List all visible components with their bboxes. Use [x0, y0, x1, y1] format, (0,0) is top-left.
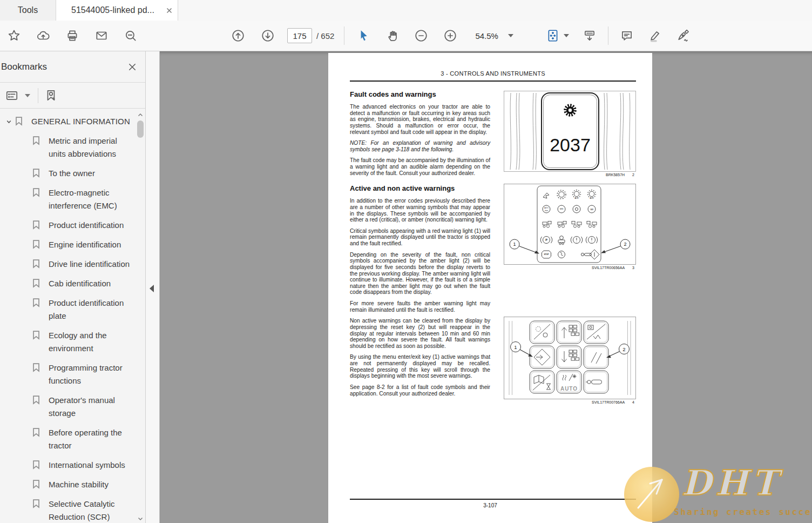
- scrollbar-thumb[interactable]: [137, 120, 144, 138]
- bookmark-item-product-identification-plate[interactable]: Product identification plate: [2, 293, 136, 326]
- zoom-in-icon[interactable]: [443, 28, 458, 43]
- bookmark-icon: [32, 297, 41, 310]
- find-current-bookmark-icon[interactable]: [44, 88, 59, 103]
- bookmark-icon: [32, 361, 41, 374]
- toolbar-center-group: / 652 54.5%: [231, 21, 513, 51]
- tab-tools[interactable]: Tools: [0, 0, 56, 21]
- bookmark-item-emc[interactable]: Electro-magnetic interference (EMC): [2, 183, 136, 216]
- bookmark-icon: [32, 459, 41, 472]
- pdf-viewer-window: Tools 51544005-linked pd...: [0, 0, 812, 523]
- fault-code-value: 2037: [550, 135, 591, 155]
- toolbar-divider-2: [608, 26, 608, 45]
- figure-number: 2: [632, 173, 634, 177]
- bookmark-item-operators-manual-storage[interactable]: Operator's manual storage: [2, 391, 136, 423]
- bookmark-item-product-identification[interactable]: Product identification: [2, 216, 136, 235]
- warning-symbols-figure: AUTO AUTO AUTO r/min MIN ∞ P STOP: [504, 184, 636, 265]
- print-icon[interactable]: [65, 28, 80, 43]
- bookmark-label: Cab identification: [49, 277, 136, 290]
- bookmarks-scrollbar[interactable]: [136, 110, 145, 522]
- bookmark-item-metric-units[interactable]: Metric and imperial units abbreviations: [2, 131, 136, 164]
- highlighter-icon[interactable]: [647, 28, 662, 43]
- chevron-down-icon[interactable]: [2, 115, 15, 125]
- bookmark-label: Metric and imperial units abbreviations: [49, 135, 136, 160]
- bookmark-icon: [32, 498, 41, 511]
- tab-tools-label: Tools: [18, 5, 38, 15]
- toolbar-divider: [344, 26, 344, 45]
- figure-column: 2037 BRK5857H 2: [504, 89, 636, 404]
- close-panel-icon[interactable]: [127, 62, 138, 72]
- tab-bar: Tools 51544005-linked pd...: [0, 0, 812, 21]
- bookmark-label: Product identification plate: [49, 297, 136, 323]
- bookmark-label: Machine stability: [49, 478, 136, 491]
- bookmark-options-icon[interactable]: [4, 88, 19, 103]
- bookmark-icon: [32, 219, 41, 232]
- zoom-caret-down-icon[interactable]: [508, 34, 513, 37]
- bookmark-item-ecology-environment[interactable]: Ecology and the environment: [2, 326, 136, 358]
- fit-page-icon[interactable]: [545, 28, 560, 43]
- figure-number: 3: [632, 266, 634, 270]
- text-column: Fault codes and warnings The advanced el…: [350, 89, 490, 404]
- page-number-input[interactable]: [287, 28, 312, 43]
- svg-text:1: 1: [513, 242, 516, 247]
- favorites-star-icon[interactable]: [6, 28, 22, 43]
- zoom-out-icon[interactable]: [414, 28, 429, 43]
- gear-icon: [565, 105, 575, 115]
- next-page-icon[interactable]: [260, 28, 275, 43]
- pdf-page: 3 - CONTROLS AND INSTRUMENTS Fault codes…: [328, 53, 652, 523]
- auto-key-label: AUTO: [560, 386, 578, 392]
- search-icon[interactable]: [123, 28, 138, 43]
- collapse-panel-icon[interactable]: [150, 285, 154, 292]
- paragraph: The fault code may be accompanied by the…: [350, 157, 490, 176]
- bookmark-item-cab-identification[interactable]: Cab identification: [2, 274, 136, 293]
- figure-keypad: AUTO 1 2: [504, 317, 636, 404]
- bookmark-icon: [32, 394, 41, 407]
- bookmark-item-international-symbols[interactable]: International symbols: [2, 455, 136, 475]
- hand-tool-icon[interactable]: [385, 28, 401, 43]
- bookmarks-panel-header: Bookmarks: [0, 51, 145, 83]
- previous-page-icon[interactable]: [231, 28, 246, 43]
- fault-code-display-figure: 2037: [504, 91, 636, 172]
- figure-fault-code-display: 2037 BRK5857H 2: [504, 91, 636, 177]
- bookmark-icon: [32, 277, 41, 290]
- bookmark-item-before-operating[interactable]: Before operating the tractor: [2, 423, 136, 455]
- bookmark-label: Before operating the tractor: [49, 426, 136, 452]
- note-paragraph: NOTE: For an explanation of warning and …: [350, 140, 490, 152]
- tab-bar-spacer: [178, 0, 812, 21]
- bookmark-icon: [32, 258, 41, 271]
- bookmark-item-machine-stability[interactable]: Machine stability: [2, 475, 136, 494]
- tab-document-label: 51544005-linked pd...: [71, 5, 154, 15]
- zoom-level-label[interactable]: 54.5%: [475, 31, 498, 41]
- bookmark-item-drive-line-identification[interactable]: Drive line identification: [2, 254, 136, 274]
- close-tab-icon[interactable]: [166, 8, 172, 14]
- select-cursor-icon[interactable]: [356, 28, 371, 43]
- paragraph: In addition to the error codes previousl…: [350, 198, 490, 223]
- panel-collapse-strip[interactable]: [146, 51, 160, 523]
- header-rule: [350, 81, 636, 82]
- bookmark-item-programming-tractor-functions[interactable]: Programming tractor functions: [2, 358, 136, 391]
- paragraph: For more severe faults the amber warning…: [350, 300, 490, 313]
- paragraph: By using the menu enter/exit key (1) act…: [350, 354, 490, 379]
- tab-document[interactable]: 51544005-linked pd...: [56, 0, 178, 21]
- bookmark-item-scr[interactable]: Selective Catalytic Reduction (SCR): [2, 494, 136, 523]
- email-icon[interactable]: [94, 28, 109, 43]
- scroll-up-icon[interactable]: [137, 111, 144, 117]
- bookmark-label: Electro-magnetic interference (EMC): [49, 186, 136, 212]
- bookmark-options-caret-down-icon[interactable]: [25, 94, 30, 97]
- bookmark-item-engine-identification[interactable]: Engine identification: [2, 235, 136, 254]
- cloud-upload-icon[interactable]: [36, 28, 51, 43]
- comment-icon[interactable]: [619, 28, 634, 43]
- fill-and-sign-pen-icon[interactable]: [675, 28, 691, 43]
- bookmark-item-general-information[interactable]: GENERAL INFORMATION: [2, 112, 136, 131]
- bookmark-icon: [32, 186, 41, 199]
- figure-code: BRK5857H: [606, 173, 625, 177]
- footer-rule: [350, 499, 636, 500]
- bookmark-label: Product identification: [49, 219, 136, 232]
- bookmark-item-to-the-owner[interactable]: To the owner: [2, 164, 136, 183]
- scroll-down-icon[interactable]: [137, 514, 144, 521]
- dock-toolbar-icon[interactable]: [582, 28, 597, 43]
- bookmark-label: International symbols: [49, 459, 136, 472]
- fit-page-caret-down-icon[interactable]: [564, 34, 569, 37]
- main-toolbar: / 652 54.5%: [0, 21, 812, 51]
- toolbar-left-group: [6, 21, 138, 51]
- section-heading-fault-codes: Fault codes and warnings: [350, 90, 490, 98]
